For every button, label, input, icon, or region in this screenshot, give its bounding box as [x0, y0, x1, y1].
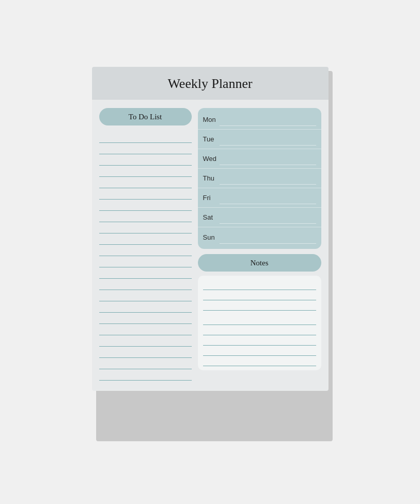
todo-line: [99, 245, 192, 256]
planner-card: Weekly Planner To Do List Mon: [92, 67, 328, 391]
todo-line: [99, 301, 192, 313]
todo-line: [99, 256, 192, 267]
todo-header: To Do List: [99, 108, 192, 125]
day-line-sat: [220, 223, 316, 224]
day-line-sun: [220, 243, 316, 244]
todo-line: [99, 188, 192, 200]
todo-line: [99, 335, 192, 347]
notes-section: Notes: [198, 254, 321, 370]
planner-wrapper: Weekly Planner To Do List Mon: [92, 67, 328, 437]
todo-line: [99, 177, 192, 188]
notes-line: [203, 346, 316, 356]
day-line-fri: [220, 204, 316, 204]
todo-line: [99, 222, 192, 233]
day-label-mon: Mon: [203, 116, 220, 123]
planner-header: Weekly Planner: [92, 67, 328, 100]
day-label-sat: Sat: [203, 213, 220, 221]
day-line-wed: [220, 165, 316, 165]
todo-line: [99, 369, 192, 381]
day-line-mon: [220, 125, 316, 126]
notes-line: [203, 300, 316, 311]
todo-line: [99, 132, 192, 143]
todo-line: [99, 324, 192, 335]
day-row-fri: Fri: [198, 188, 321, 208]
todo-line: [99, 358, 192, 369]
day-line-thu: [220, 184, 316, 185]
day-row-tue: Tue: [198, 130, 321, 149]
day-row-sat: Sat: [198, 208, 321, 227]
day-label-wed: Wed: [203, 155, 220, 163]
day-label-sun: Sun: [203, 233, 220, 241]
day-row-mon: Mon: [198, 110, 321, 130]
notes-line: [203, 280, 316, 290]
right-column: Mon Tue Wed Thu: [198, 108, 321, 381]
todo-line: [99, 143, 192, 154]
day-row-sun: Sun: [198, 227, 321, 247]
notes-line: [203, 325, 316, 335]
notes-spacer: [203, 311, 316, 315]
notes-header-label: Notes: [250, 259, 268, 267]
planner-title: Weekly Planner: [168, 76, 252, 91]
day-row-thu: Thu: [198, 169, 321, 188]
day-label-fri: Fri: [203, 194, 220, 202]
todo-line: [99, 290, 192, 301]
todo-line: [99, 313, 192, 324]
notes-line: [203, 356, 316, 366]
todo-column: To Do List: [99, 108, 192, 381]
todo-line: [99, 154, 192, 166]
todo-line: [99, 233, 192, 245]
todo-line: [99, 211, 192, 222]
day-label-thu: Thu: [203, 174, 220, 182]
todo-header-label: To Do List: [129, 113, 162, 121]
notes-line: [203, 290, 316, 300]
schedule-block: Mon Tue Wed Thu: [198, 108, 321, 249]
notes-line: [203, 335, 316, 346]
day-line-tue: [220, 145, 316, 146]
notes-line: [203, 315, 316, 325]
todo-line: [99, 279, 192, 290]
todo-line: [99, 347, 192, 358]
todo-lines: [99, 132, 192, 381]
notes-header: Notes: [198, 254, 321, 272]
notes-body: [198, 276, 321, 370]
todo-line: [99, 166, 192, 177]
todo-line: [99, 200, 192, 211]
planner-body: To Do List Mon Tue: [92, 100, 328, 391]
day-label-tue: Tue: [203, 135, 220, 143]
day-row-wed: Wed: [198, 149, 321, 169]
todo-line: [99, 267, 192, 279]
